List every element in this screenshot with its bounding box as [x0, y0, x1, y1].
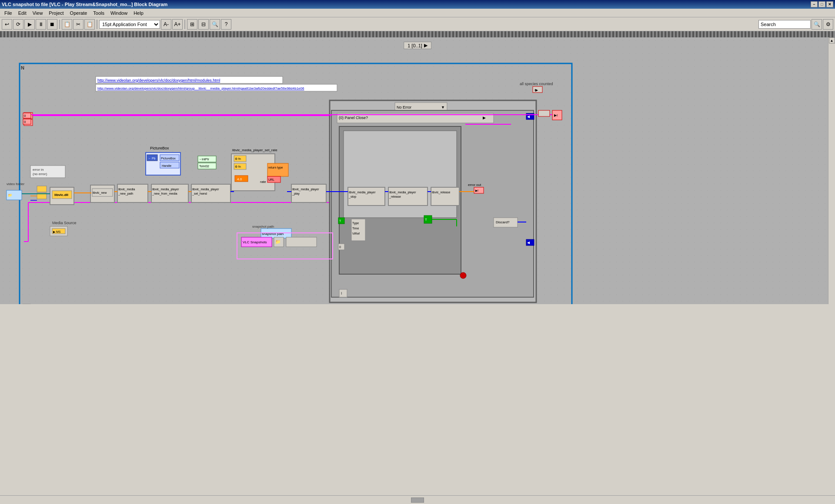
- nav-label: 1 [0..1]: [407, 43, 422, 48]
- toolbar-btn-2[interactable]: ⟳: [13, 19, 23, 30]
- canvas-background: [0, 37, 835, 324]
- toolbar-btn-5[interactable]: 📋: [84, 19, 95, 30]
- toolbar-help[interactable]: ?: [221, 19, 231, 30]
- toolbar-btn-1[interactable]: ↩: [2, 19, 12, 30]
- maximize-button[interactable]: □: [818, 1, 825, 7]
- toolbar-sep-1: [59, 20, 60, 29]
- minimize-button[interactable]: −: [811, 1, 818, 7]
- toolbar-search-icon-btn[interactable]: 🔍: [210, 19, 220, 30]
- statusbar: [0, 495, 835, 504]
- menu-operate[interactable]: Operate: [67, 10, 90, 17]
- toolbar-sep-3: [184, 20, 185, 29]
- toolbar-decrease-font[interactable]: A-: [161, 19, 171, 30]
- menu-tools[interactable]: Tools: [90, 10, 107, 17]
- toolbar-btn-3[interactable]: 📋: [62, 19, 72, 30]
- search-input[interactable]: [758, 20, 811, 29]
- toolbar: ↩ ⟳ ▶ ⏸ ⏹ 📋 ✂ 📋 15pt Application Font A-…: [0, 17, 835, 31]
- toolbar-extra[interactable]: ⚙: [823, 19, 833, 30]
- toolbar-align[interactable]: ⊞: [187, 19, 197, 30]
- toolbar-run[interactable]: ▶: [24, 19, 35, 30]
- scroll-up[interactable]: ▲: [829, 37, 835, 43]
- window-title: VLC snapshot to file [VLC - Play Stream&…: [2, 2, 167, 7]
- toolbar-stop[interactable]: ⏸: [36, 19, 46, 30]
- font-select[interactable]: 15pt Application Font: [99, 20, 160, 29]
- main-area: 1 [0..1] ▶ ▲ ▼ N I http://www.videolan.o…: [0, 37, 835, 324]
- menu-help[interactable]: Help: [131, 10, 146, 17]
- toolbar-sep-2: [97, 20, 97, 29]
- menu-window[interactable]: Window: [108, 10, 130, 17]
- toolbar-btn-4[interactable]: ✂: [73, 19, 84, 30]
- menu-project[interactable]: Project: [46, 10, 66, 17]
- search-button[interactable]: 🔍: [812, 19, 822, 30]
- menu-edit[interactable]: Edit: [16, 10, 29, 17]
- toolbar-distribute[interactable]: ⊟: [198, 19, 209, 30]
- menubar: File Edit View Project Operate Tools Win…: [0, 9, 835, 17]
- toolbar-increase-font[interactable]: A+: [172, 19, 183, 30]
- titlebar: VLC snapshot to file [VLC - Play Stream&…: [0, 0, 835, 9]
- nav-arrow[interactable]: ▶: [424, 43, 428, 48]
- titlebar-buttons: − □ ✕: [811, 1, 833, 7]
- close-button[interactable]: ✕: [826, 1, 833, 7]
- scrollbar-right[interactable]: ▲ ▼: [828, 37, 835, 324]
- menu-file[interactable]: File: [2, 10, 15, 17]
- nav-indicator: 1 [0..1] ▶: [404, 42, 431, 49]
- gray-area: [0, 304, 835, 491]
- menu-view[interactable]: View: [30, 10, 46, 17]
- toolbar-abort[interactable]: ⏹: [47, 19, 57, 30]
- status-center: [411, 497, 424, 503]
- pattern-bar-top: [0, 31, 835, 37]
